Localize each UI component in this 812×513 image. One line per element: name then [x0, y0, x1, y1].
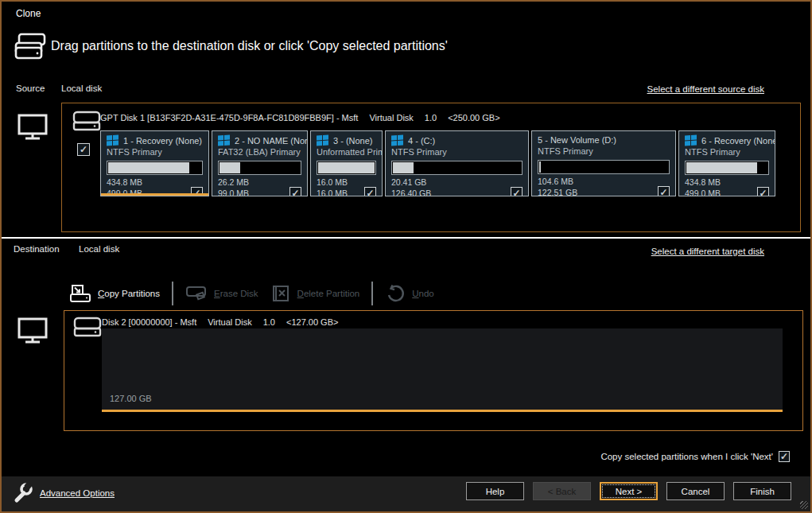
source-section-label: Source: [16, 84, 45, 93]
partition-filesystem: NTFS Primary: [391, 147, 523, 157]
destination-disk-kind-label: Local disk: [79, 244, 119, 254]
windows-logo-icon: [685, 134, 697, 146]
partition-filesystem: NTFS Primary: [685, 147, 769, 157]
check-mark-icon: ✓: [80, 145, 87, 154]
undo-icon: [385, 284, 406, 303]
partition-checkbox[interactable]: ✓: [511, 187, 523, 196]
copy-on-next-checkbox[interactable]: ✓: [779, 451, 790, 462]
check-mark-icon: ✓: [192, 188, 200, 196]
partition-tile[interactable]: 5 - New Volume (D:)NTFS Primary104.6 MB1…: [531, 130, 676, 196]
partition-bottom-row: 26.2 MB99.0 MB✓: [218, 177, 301, 196]
partition-checkbox[interactable]: ✓: [289, 187, 301, 196]
partition-usage-fill: [539, 161, 541, 173]
partition-used: 16.0 MB: [317, 177, 348, 188]
partition-tile[interactable]: 1 - Recovery (None)NTFS Primary434.8 MB4…: [100, 130, 209, 196]
partition-bottom-row: 434.8 MB499.0 MB✓: [685, 177, 769, 196]
check-mark-icon: ✓: [291, 188, 299, 196]
help-button[interactable]: Help: [466, 482, 524, 500]
partition-title-row: 6 - Recovery (None): [685, 135, 769, 146]
back-button[interactable]: < Back: [533, 482, 591, 500]
destination-disk-box[interactable]: Disk 2 [00000000] - MsftVirtual Disk1.0<…: [64, 310, 803, 431]
destination-free-space-label: 127.00 GB: [110, 394, 152, 403]
toolbar-separator: [172, 282, 173, 305]
partition-size: 499.0 MB: [107, 188, 142, 196]
partition-label: 6 - Recovery (None): [701, 136, 775, 146]
undo-button[interactable]: Undo: [385, 284, 434, 303]
partition-filesystem: NTFS Primary: [107, 147, 203, 157]
resize-grip[interactable]: [800, 501, 808, 509]
partition-size: 126.40 GB: [391, 188, 431, 196]
cancel-button[interactable]: Cancel: [666, 482, 725, 500]
partition-bottom-row: 434.8 MB499.0 MB✓: [107, 177, 203, 196]
partition-checkbox[interactable]: ✓: [757, 187, 769, 196]
partition-title-row: 5 - New Volume (D:): [538, 135, 670, 145]
destination-drive-icon: [72, 316, 103, 340]
advanced-options-label: Advanced Options: [40, 488, 115, 498]
select-target-disk-link[interactable]: Select a different target disk: [651, 247, 764, 256]
instruction-text: Drag partitions to the destination disk …: [51, 39, 448, 53]
erase-disk-button[interactable]: Erase Disk: [185, 284, 258, 303]
source-disk-size: <250.00 GB>: [448, 113, 499, 122]
source-disk-box: GPT Disk 1 [B13F3F2D-A31E-475D-9F8A-FC81…: [61, 103, 801, 232]
delete-partition-icon: [270, 284, 291, 303]
partition-used: 20.41 GB: [391, 177, 431, 188]
delete-partition-button[interactable]: Delete Partition: [270, 284, 360, 303]
partition-checkbox[interactable]: ✓: [364, 187, 376, 196]
partition-bottom-row: 104.6 MB122.51 GB✓: [538, 177, 670, 196]
partition-tile[interactable]: 2 - NO NAME (None)FAT32 (LBA) Primary26.…: [212, 130, 308, 196]
clone-disks-icon: [14, 32, 47, 62]
source-disk-title: GPT Disk 1 [B13F3F2D-A31E-475D-9F8A-FC81…: [100, 113, 358, 122]
source-disk-kind-label: Local disk: [61, 84, 102, 93]
copy-partitions-button[interactable]: Copy Partitions: [69, 284, 160, 303]
partition-checkbox[interactable]: ✓: [658, 186, 670, 196]
partition-used: 104.6 MB: [538, 177, 577, 188]
partition-sizes: 434.8 MB499.0 MB: [685, 177, 721, 196]
partition-label: 3 - (None): [333, 136, 373, 146]
select-source-disk-link[interactable]: Select a different source disk: [647, 84, 764, 94]
partition-tile[interactable]: 6 - Recovery (None)NTFS Primary434.8 MB4…: [678, 130, 775, 196]
partition-used: 434.8 MB: [107, 177, 142, 188]
copy-on-next-label: Copy selected partitions when I click 'N…: [600, 452, 773, 461]
source-partition-row: 1 - Recovery (None)NTFS Primary434.8 MB4…: [100, 130, 775, 196]
partition-label: 1 - Recovery (None): [123, 136, 202, 146]
partition-usage-fill: [318, 162, 375, 173]
windows-logo-icon: [107, 134, 118, 146]
partition-filesystem: NTFS Primary: [538, 146, 670, 156]
partition-tile[interactable]: 3 - (None)Unformatted Primary16.0 MB16.0…: [310, 130, 383, 196]
partition-usage-fill: [220, 162, 240, 173]
partition-bottom-row: 16.0 MB16.0 MB✓: [317, 177, 376, 196]
check-mark-icon: ✓: [659, 188, 667, 196]
section-divider: [2, 237, 810, 239]
partition-usage-fill: [108, 162, 189, 173]
erase-disk-icon: [185, 284, 208, 303]
copy-on-next-row: Copy selected partitions when I click 'N…: [600, 451, 790, 462]
check-mark-icon: ✓: [759, 188, 767, 196]
partition-usage-bar: [218, 161, 301, 175]
partition-title-row: 4 - (C:): [391, 135, 523, 146]
select-all-partitions-checkbox[interactable]: ✓: [77, 143, 90, 156]
partition-sizes: 434.8 MB499.0 MB: [107, 177, 142, 196]
destination-computer-icon: [16, 317, 49, 345]
partition-checkbox[interactable]: ✓: [191, 187, 203, 196]
partition-tile[interactable]: 4 - (C:)NTFS Primary20.41 GB126.40 GB✓: [385, 130, 529, 196]
destination-disk-title: Disk 2 [00000000] - Msft: [102, 317, 196, 327]
windows-logo-icon: [391, 134, 403, 146]
advanced-options-link[interactable]: Advanced Options: [13, 483, 115, 503]
destination-disk-size: <127.00 GB>: [286, 317, 338, 327]
partition-used: 434.8 MB: [685, 177, 721, 188]
destination-empty-space[interactable]: 127.00 GB: [102, 328, 783, 410]
footer-bar: Advanced Options Help < Back Next > Canc…: [2, 476, 810, 511]
partition-size: 16.0 MB: [317, 188, 348, 196]
partition-usage-bar: [391, 161, 523, 175]
partition-sizes: 20.41 GB126.40 GB: [391, 177, 431, 196]
toolbar-item-label: Delete Partition: [297, 289, 360, 298]
partition-sizes: 104.6 MB122.51 GB: [538, 177, 577, 196]
source-disk-header: GPT Disk 1 [B13F3F2D-A31E-475D-9F8A-FC81…: [100, 113, 511, 122]
partition-usage-fill: [393, 162, 414, 173]
source-computer-icon: [16, 113, 49, 142]
wrench-icon: [13, 483, 33, 503]
next-button[interactable]: Next >: [600, 482, 658, 500]
partition-usage-bar: [317, 161, 376, 175]
check-mark-icon: ✓: [366, 188, 374, 196]
finish-button[interactable]: Finish: [733, 482, 791, 500]
